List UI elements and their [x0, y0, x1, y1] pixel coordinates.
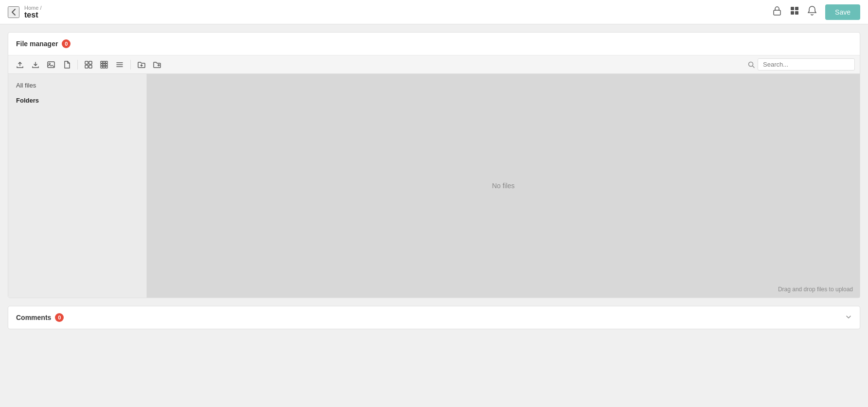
- grid-large-icon: [85, 61, 92, 69]
- search-input[interactable]: [758, 58, 855, 71]
- header-left: Home / test: [8, 5, 773, 19]
- header: Home / test Save: [0, 0, 868, 24]
- sidebar-item-all-files[interactable]: All files: [8, 78, 146, 93]
- grid-large-button[interactable]: [82, 59, 95, 71]
- export-button[interactable]: [29, 59, 42, 71]
- svg-rect-8: [89, 61, 92, 64]
- breadcrumb-separator: /: [40, 5, 41, 11]
- svg-rect-4: [795, 11, 798, 15]
- list-button[interactable]: [113, 59, 126, 71]
- svg-rect-11: [101, 61, 103, 63]
- comments-title: Comments: [16, 314, 51, 321]
- svg-rect-18: [103, 66, 105, 68]
- lock-icon[interactable]: [773, 6, 781, 18]
- file-manager-toolbar: [8, 55, 860, 74]
- svg-rect-16: [106, 64, 107, 66]
- svg-rect-5: [48, 62, 54, 68]
- file-manager-sidebar: All files Folders: [8, 74, 147, 298]
- header-right: Save: [773, 4, 860, 20]
- toolbar-sep-2: [130, 60, 131, 70]
- svg-rect-0: [774, 10, 780, 15]
- file-manager-badge: 0: [62, 39, 71, 48]
- svg-line-26: [753, 66, 755, 68]
- svg-rect-7: [85, 61, 88, 64]
- list-icon: [116, 61, 124, 69]
- search-icon: [748, 61, 755, 68]
- move-button[interactable]: [150, 59, 164, 71]
- svg-rect-14: [101, 64, 103, 66]
- svg-rect-2: [795, 7, 798, 10]
- svg-rect-9: [85, 65, 88, 68]
- image-icon: [47, 61, 55, 69]
- file-manager-main: No files Drag and drop files to upload: [147, 74, 860, 298]
- sidebar-item-folders[interactable]: Folders: [8, 93, 146, 108]
- breadcrumb: Home / test: [24, 5, 41, 19]
- file-manager-title: File manager: [16, 40, 58, 48]
- svg-rect-13: [106, 61, 107, 63]
- comments-card: Comments 0: [8, 306, 860, 329]
- page-body: File manager 0: [0, 24, 868, 337]
- back-button[interactable]: [8, 6, 19, 18]
- move-icon: [153, 61, 161, 69]
- svg-rect-3: [791, 11, 794, 15]
- comments-chevron-icon[interactable]: [845, 314, 852, 322]
- upload-icon: [16, 61, 24, 69]
- bell-icon[interactable]: [808, 6, 816, 18]
- svg-rect-19: [106, 66, 107, 68]
- breadcrumb-home[interactable]: Home: [24, 5, 38, 11]
- svg-rect-1: [791, 7, 794, 10]
- grid-medium-icon: [100, 61, 108, 69]
- image-button[interactable]: [44, 59, 58, 71]
- file-manager-body: All files Folders No files Drag and drop…: [8, 74, 860, 298]
- svg-rect-10: [89, 65, 92, 68]
- search-area: [748, 58, 855, 71]
- file-button[interactable]: [60, 59, 73, 71]
- svg-rect-12: [103, 61, 105, 63]
- export-icon: [32, 61, 39, 69]
- upload-button[interactable]: [13, 59, 27, 71]
- svg-rect-15: [103, 64, 105, 66]
- back-icon: [9, 7, 18, 17]
- svg-rect-17: [101, 66, 103, 68]
- grid-apps-icon[interactable]: [790, 6, 799, 18]
- new-folder-button[interactable]: [135, 59, 148, 71]
- page-title: test: [24, 11, 41, 19]
- new-folder-icon: [138, 61, 145, 69]
- comments-header: Comments 0: [8, 306, 860, 329]
- toolbar-sep-1: [77, 60, 78, 70]
- drag-drop-hint: Drag and drop files to upload: [778, 286, 853, 293]
- svg-point-6: [49, 63, 51, 64]
- file-icon: [63, 61, 71, 69]
- grid-medium-button[interactable]: [97, 59, 111, 71]
- file-manager-header: File manager 0: [8, 33, 860, 55]
- comments-badge: 0: [55, 313, 64, 322]
- comments-left: Comments 0: [16, 313, 64, 322]
- save-button[interactable]: Save: [825, 4, 860, 20]
- no-files-message: No files: [492, 182, 515, 190]
- file-manager-card: File manager 0: [8, 32, 860, 298]
